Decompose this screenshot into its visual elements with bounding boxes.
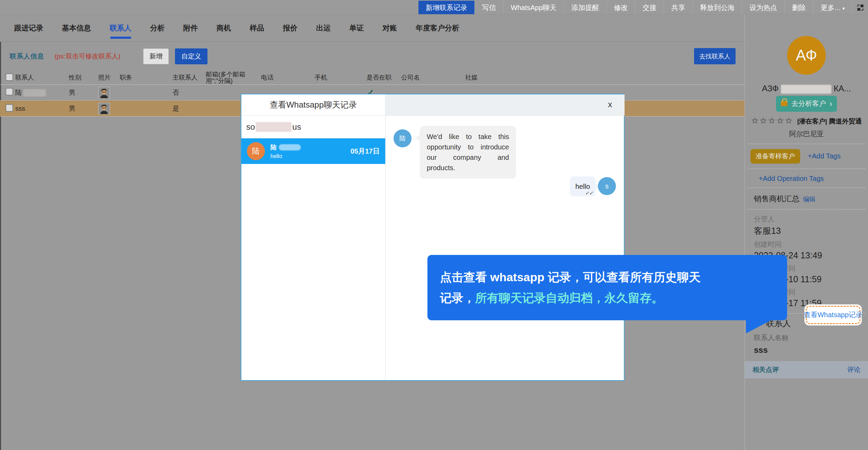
chat-account-label[interactable]: so us: [241, 116, 385, 138]
contact-name: sss: [15, 105, 69, 112]
tab-opportunities[interactable]: 商机: [207, 15, 240, 42]
write-mail-button[interactable]: 写信: [474, 1, 503, 14]
contact-main: 是: [173, 104, 206, 113]
find-contacts-button[interactable]: 去找联系人: [694, 48, 736, 64]
star-rating-icons[interactable]: ☆☆☆☆☆: [751, 116, 794, 125]
customer-name: АЗФ КА...: [745, 84, 868, 94]
col-photo: 照片: [98, 74, 120, 81]
contacts-table-header: 联系人 性别 照片 职务 主联系人 邮箱(多个邮箱用";"分隔) 电话 手机 是…: [0, 71, 745, 85]
divider: [748, 209, 865, 210]
customer-rating: ☆☆☆☆☆ |潜在客户| 腾道外贸通: [745, 116, 868, 126]
edit-summary-link[interactable]: 编辑: [803, 195, 815, 203]
redacted-name-blur: [23, 89, 46, 97]
add-contact-button[interactable]: 新增: [143, 48, 169, 64]
contact-main: 否: [173, 88, 206, 97]
lock-icon: [781, 101, 787, 106]
col-company: 公司名: [401, 74, 465, 81]
col-email: 邮箱(多个邮箱用";"分隔): [206, 71, 261, 84]
conversation-header: x: [386, 94, 625, 116]
add-reminder-button[interactable]: 添加提醒: [564, 1, 606, 14]
user-avatar: s: [598, 177, 616, 195]
tab-attachments[interactable]: 附件: [174, 15, 207, 42]
analyze-customer-button[interactable]: 去分析客户 ›: [776, 96, 837, 112]
view-whatsapp-records-button[interactable]: 查看Whatsapp记录: [806, 306, 860, 324]
contact-name: 陆: [15, 89, 22, 96]
contact-name-label: 联系人名称: [754, 333, 868, 342]
col-employed: 是否在职: [367, 74, 401, 81]
release-to-pool-button[interactable]: 释放到公海: [692, 1, 742, 14]
tab-shipments[interactable]: 出运: [307, 15, 340, 42]
share-button[interactable]: 共享: [664, 1, 692, 14]
handover-button[interactable]: 交接: [635, 1, 664, 14]
modal-title: 查看Whatsapp聊天记录: [241, 94, 385, 116]
callout-line-2: 记录，所有聊天记录自动归档，永久留存。: [440, 287, 787, 308]
delivered-ticks-icon: ✓✓: [585, 190, 594, 196]
chevron-right-icon: ›: [830, 100, 832, 107]
chat-list-panel: 查看Whatsapp聊天记录 so us 陆 陆 hello 05月17日: [241, 94, 386, 380]
row-checkbox[interactable]: [6, 104, 13, 112]
comment-link[interactable]: 评论: [847, 365, 860, 374]
contacts-toolbar: 联系人信息 (ps:双击可修改联系人) 新增 自定义 去找联系人: [0, 42, 745, 71]
detail-tab-bar: 跟进记录 基本信息 联系人 分析 附件 商机 样品 报价 出运 单证 对账 年度…: [0, 15, 745, 42]
customer-country: 阿尔巴尼亚: [745, 129, 868, 139]
redacted-name-blur: [781, 85, 831, 94]
callout-tail: [746, 320, 772, 333]
whatsapp-chat-button[interactable]: WhatsApp聊天: [503, 1, 564, 14]
add-tags-link[interactable]: +Add Tags: [808, 152, 841, 160]
tab-reconciliation[interactable]: 对账: [373, 15, 406, 42]
contacts-section-title: 联系人信息: [10, 52, 44, 61]
more-button[interactable]: 更多...▾: [813, 1, 852, 14]
contact-gender: 男: [69, 88, 98, 97]
swap-panel-icon[interactable]: [852, 1, 868, 14]
sample-tag-button[interactable]: 准备寄样客户: [750, 149, 800, 164]
tab-analysis[interactable]: 分析: [141, 15, 174, 42]
chat-contact-name: 陆: [270, 143, 277, 151]
redacted-name-blur: [279, 144, 301, 150]
contact-photo: [98, 87, 110, 99]
top-action-bar: 新增联系记录 写信 WhatsApp聊天 添加提醒 修改 交接 共享 释放到公海…: [0, 0, 868, 15]
chat-avatar: 陆: [247, 142, 265, 160]
customer-grade: |潜在客户| 腾道外贸通: [797, 118, 862, 125]
col-position: 职务: [120, 74, 173, 81]
chat-date: 05月17日: [351, 147, 380, 156]
review-bar: 相关点评 评论: [745, 361, 868, 378]
customize-columns-button[interactable]: 自定义: [175, 48, 207, 64]
col-mobile: 手机: [315, 74, 367, 81]
tab-documents[interactable]: 单证: [340, 15, 373, 42]
whatsapp-chat-modal: 查看Whatsapp聊天记录 so us 陆 陆 hello 05月17日: [241, 94, 625, 381]
field-value: 客服13: [754, 225, 868, 237]
field-label: 创建时间: [754, 240, 868, 249]
chat-list-item[interactable]: 陆 陆 hello 05月17日: [241, 138, 385, 164]
tab-follow-records[interactable]: 跟进记录: [5, 15, 53, 42]
tab-basic-info[interactable]: 基本信息: [53, 15, 100, 42]
sent-message: hello ✓✓: [570, 176, 595, 196]
select-all-checkbox[interactable]: [6, 73, 13, 81]
set-hotspot-button[interactable]: 设为热点: [742, 1, 784, 14]
customer-avatar: АФ: [787, 36, 826, 75]
tab-annual-analysis[interactable]: 年度客户分析: [406, 15, 469, 42]
tutorial-callout: 点击查看 whatsapp 记录，可以查看所有历史聊天 记录，所有聊天记录自动归…: [427, 255, 787, 320]
tab-quotations[interactable]: 报价: [274, 15, 307, 42]
tab-samples[interactable]: 样品: [240, 15, 274, 42]
new-contact-record-button[interactable]: 新增联系记录: [418, 1, 474, 14]
row-checkbox[interactable]: [6, 88, 13, 95]
contacts-edit-hint: (ps:双击可修改联系人): [55, 52, 120, 61]
delete-button[interactable]: 删除: [784, 1, 813, 14]
col-social: 社媒: [465, 74, 745, 81]
col-main-contact: 主联系人: [173, 74, 206, 81]
chevron-down-icon: ▾: [842, 6, 845, 11]
conversation-area: 陆 We'd like to take this opportunity to …: [386, 116, 625, 380]
divider: [748, 144, 865, 144]
modify-button[interactable]: 修改: [606, 1, 635, 14]
chat-preview: hello: [270, 153, 351, 159]
contact-gender: 男: [69, 104, 98, 113]
sales-summary-title: 销售商机汇总: [754, 194, 800, 204]
tags-row: 准备寄样客户 +Add Tags: [750, 149, 868, 164]
col-contact: 联系人: [15, 74, 69, 81]
tab-contacts[interactable]: 联系人: [100, 15, 141, 42]
divider: [748, 187, 865, 188]
add-operation-tags-link[interactable]: +Add Operation Tags: [759, 175, 868, 183]
close-icon[interactable]: x: [608, 99, 612, 110]
redacted-account-blur: [256, 122, 292, 132]
col-phone: 电话: [261, 74, 315, 81]
